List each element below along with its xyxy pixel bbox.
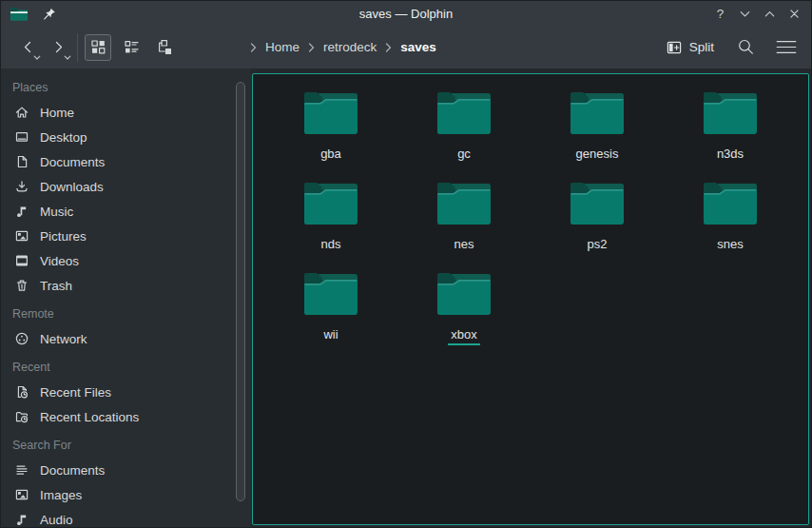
breadcrumb-chevron-icon bbox=[384, 42, 393, 53]
desktop-icon bbox=[14, 129, 29, 145]
folder-label: nds bbox=[319, 237, 344, 255]
breadcrumb-chevron-icon bbox=[249, 42, 258, 53]
sidebar-item-label: Audio bbox=[40, 513, 73, 527]
toolbar: Homeretrodecksaves Split bbox=[1, 26, 811, 68]
icons-view-button[interactable] bbox=[85, 34, 111, 61]
sidebar-item-images[interactable]: Images bbox=[1, 482, 251, 507]
sidebar-item-label: Network bbox=[40, 332, 87, 346]
folder-item-wii[interactable]: wii bbox=[264, 271, 397, 362]
sidebar-item-music[interactable]: Music bbox=[1, 199, 251, 224]
minimize-button[interactable] bbox=[737, 6, 753, 22]
image-icon bbox=[14, 487, 29, 502]
hamburger-menu-button[interactable] bbox=[776, 39, 797, 55]
folder-icon bbox=[302, 90, 359, 140]
video-icon bbox=[14, 253, 29, 268]
sidebar-scrollbar[interactable] bbox=[236, 82, 245, 501]
section-header-remote: Remote bbox=[1, 302, 251, 326]
sidebar-item-label: Recent Files bbox=[40, 385, 111, 400]
folder-icon bbox=[435, 181, 493, 230]
sidebar-item-trash[interactable]: Trash bbox=[1, 273, 251, 298]
folder-item-gc[interactable]: gc bbox=[397, 90, 531, 181]
sidebar-item-documents[interactable]: Documents bbox=[1, 458, 251, 482]
sidebar-item-videos[interactable]: Videos bbox=[1, 248, 251, 273]
folder-label: ps2 bbox=[585, 237, 610, 255]
breadcrumb-item-home[interactable]: Home bbox=[265, 40, 300, 54]
maximize-button[interactable] bbox=[762, 6, 778, 22]
sidebar-item-documents[interactable]: Documents bbox=[1, 149, 251, 174]
back-button[interactable] bbox=[12, 30, 43, 65]
folder-label: snes bbox=[714, 237, 745, 255]
section-header-search-for: Search For bbox=[1, 433, 251, 458]
folder-item-nes[interactable]: nes bbox=[397, 181, 531, 271]
sidebar-item-desktop[interactable]: Desktop bbox=[1, 125, 251, 149]
sidebar-item-label: Desktop bbox=[40, 130, 87, 145]
sidebar-item-recent-locations[interactable]: Recent Locations bbox=[1, 404, 251, 429]
image-icon bbox=[14, 228, 29, 244]
sidebar-item-audio[interactable]: Audio bbox=[1, 507, 251, 527]
document-icon bbox=[14, 154, 29, 169]
folder-item-xbox[interactable]: xbox bbox=[397, 271, 531, 362]
forward-button[interactable] bbox=[43, 30, 73, 65]
split-button[interactable]: Split bbox=[667, 40, 714, 55]
tree-view-button[interactable] bbox=[151, 34, 178, 61]
folder-icon bbox=[702, 181, 759, 230]
sidebar-item-home[interactable]: Home bbox=[1, 100, 251, 125]
folder-icon bbox=[302, 181, 359, 230]
folder-label: nes bbox=[452, 237, 477, 255]
folder-item-genesis[interactable]: genesis bbox=[531, 90, 664, 181]
places-panel: PlacesHomeDesktopDocumentsDownloadsMusic… bbox=[1, 68, 251, 527]
folder-icon bbox=[435, 90, 493, 140]
sidebar-item-pictures[interactable]: Pictures bbox=[1, 224, 251, 248]
sidebar-item-label: Downloads bbox=[40, 180, 104, 194]
back-dropdown-icon bbox=[33, 55, 41, 61]
toolbar-separator bbox=[77, 33, 78, 62]
folder-label: wii bbox=[320, 327, 340, 345]
folder-item-n3ds[interactable]: n3ds bbox=[664, 90, 797, 181]
folder-item-nds[interactable]: nds bbox=[264, 181, 397, 271]
sidebar-item-downloads[interactable]: Downloads bbox=[1, 174, 251, 199]
folder-item-gba[interactable]: gba bbox=[264, 90, 397, 181]
split-view-icon bbox=[667, 40, 682, 55]
section-header-places: Places bbox=[1, 75, 251, 100]
split-button-label: Split bbox=[689, 40, 714, 54]
back-icon bbox=[20, 39, 36, 55]
help-button[interactable]: ? bbox=[712, 6, 728, 22]
folder-label: n3ds bbox=[714, 147, 746, 165]
folder-label: gc bbox=[454, 147, 474, 165]
folder-icon bbox=[435, 271, 493, 321]
folder-icon bbox=[302, 271, 359, 321]
icons-view-icon bbox=[90, 39, 106, 55]
music-icon bbox=[14, 204, 29, 219]
download-icon bbox=[14, 179, 29, 194]
content-area: PlacesHomeDesktopDocumentsDownloadsMusic… bbox=[1, 68, 811, 527]
breadcrumb-item-saves[interactable]: saves bbox=[400, 40, 436, 54]
details-view-icon bbox=[124, 39, 140, 55]
folder-item-ps2[interactable]: ps2 bbox=[531, 181, 664, 271]
trash-icon bbox=[14, 278, 29, 293]
sidebar-item-recent-files[interactable]: Recent Files bbox=[1, 380, 251, 404]
close-button[interactable] bbox=[786, 6, 802, 22]
section-header-recent: Recent bbox=[1, 355, 251, 380]
recent-file-icon bbox=[14, 384, 29, 400]
breadcrumb-item-retrodeck[interactable]: retrodeck bbox=[323, 40, 377, 54]
window-title: saves — Dolphin bbox=[1, 1, 811, 26]
folder-grid: gba gc genesis n3ds nds nes ps2 snes bbox=[253, 74, 808, 362]
window-controls: ? bbox=[712, 6, 802, 22]
folder-icon bbox=[702, 90, 759, 140]
folder-label: xbox bbox=[448, 327, 479, 345]
places-panel-list: PlacesHomeDesktopDocumentsDownloadsMusic… bbox=[1, 75, 251, 527]
search-button[interactable] bbox=[737, 38, 755, 56]
details-view-button[interactable] bbox=[118, 34, 145, 61]
breadcrumb-chevron-icon bbox=[307, 42, 316, 53]
network-icon bbox=[14, 331, 29, 346]
folder-item-snes[interactable]: snes bbox=[664, 181, 797, 271]
folder-icon bbox=[569, 181, 626, 230]
sidebar-item-label: Trash bbox=[40, 279, 72, 293]
sidebar-item-network[interactable]: Network bbox=[1, 326, 251, 351]
hamburger-icon bbox=[776, 39, 797, 55]
view-container: gba gc genesis n3ds nds nes ps2 snes bbox=[251, 68, 811, 527]
sidebar-item-label: Home bbox=[40, 106, 74, 120]
recent-folder-icon bbox=[14, 409, 29, 424]
forward-icon bbox=[50, 39, 67, 55]
sidebar-item-label: Documents bbox=[40, 463, 105, 478]
